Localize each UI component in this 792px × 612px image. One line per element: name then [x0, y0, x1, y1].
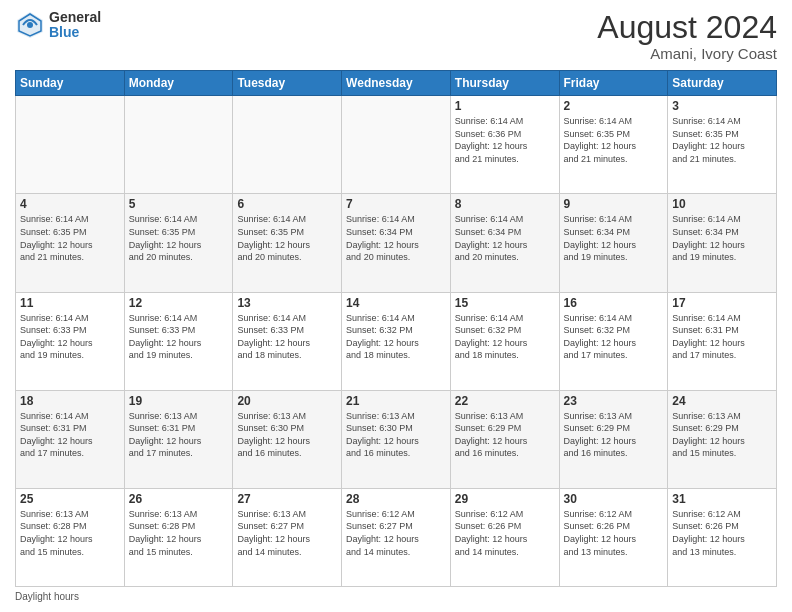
calendar-cell: 31Sunrise: 6:12 AM Sunset: 6:26 PM Dayli… — [668, 488, 777, 586]
calendar-cell: 23Sunrise: 6:13 AM Sunset: 6:29 PM Dayli… — [559, 390, 668, 488]
day-number: 14 — [346, 296, 446, 310]
calendar-cell: 9Sunrise: 6:14 AM Sunset: 6:34 PM Daylig… — [559, 194, 668, 292]
calendar-cell: 19Sunrise: 6:13 AM Sunset: 6:31 PM Dayli… — [124, 390, 233, 488]
calendar-cell: 20Sunrise: 6:13 AM Sunset: 6:30 PM Dayli… — [233, 390, 342, 488]
day-number: 29 — [455, 492, 555, 506]
weekday-header-tuesday: Tuesday — [233, 71, 342, 96]
day-number: 5 — [129, 197, 229, 211]
day-number: 31 — [672, 492, 772, 506]
calendar-cell — [233, 96, 342, 194]
calendar-cell: 18Sunrise: 6:14 AM Sunset: 6:31 PM Dayli… — [16, 390, 125, 488]
calendar-cell — [342, 96, 451, 194]
day-number: 4 — [20, 197, 120, 211]
weekday-header-thursday: Thursday — [450, 71, 559, 96]
day-info: Sunrise: 6:13 AM Sunset: 6:30 PM Dayligh… — [346, 410, 446, 460]
day-number: 28 — [346, 492, 446, 506]
day-info: Sunrise: 6:13 AM Sunset: 6:29 PM Dayligh… — [672, 410, 772, 460]
day-info: Sunrise: 6:12 AM Sunset: 6:26 PM Dayligh… — [455, 508, 555, 558]
day-info: Sunrise: 6:14 AM Sunset: 6:33 PM Dayligh… — [237, 312, 337, 362]
day-number: 17 — [672, 296, 772, 310]
day-info: Sunrise: 6:14 AM Sunset: 6:34 PM Dayligh… — [564, 213, 664, 263]
day-info: Sunrise: 6:13 AM Sunset: 6:28 PM Dayligh… — [20, 508, 120, 558]
calendar-cell: 30Sunrise: 6:12 AM Sunset: 6:26 PM Dayli… — [559, 488, 668, 586]
page: General Blue August 2024 Amani, Ivory Co… — [0, 0, 792, 612]
day-info: Sunrise: 6:12 AM Sunset: 6:26 PM Dayligh… — [672, 508, 772, 558]
day-info: Sunrise: 6:14 AM Sunset: 6:35 PM Dayligh… — [129, 213, 229, 263]
weekday-header-saturday: Saturday — [668, 71, 777, 96]
day-number: 1 — [455, 99, 555, 113]
calendar-week-2: 4Sunrise: 6:14 AM Sunset: 6:35 PM Daylig… — [16, 194, 777, 292]
day-info: Sunrise: 6:14 AM Sunset: 6:32 PM Dayligh… — [455, 312, 555, 362]
calendar-cell: 4Sunrise: 6:14 AM Sunset: 6:35 PM Daylig… — [16, 194, 125, 292]
day-number: 18 — [20, 394, 120, 408]
day-info: Sunrise: 6:14 AM Sunset: 6:35 PM Dayligh… — [20, 213, 120, 263]
day-info: Sunrise: 6:14 AM Sunset: 6:34 PM Dayligh… — [672, 213, 772, 263]
calendar-cell — [16, 96, 125, 194]
header: General Blue August 2024 Amani, Ivory Co… — [15, 10, 777, 62]
calendar-cell: 6Sunrise: 6:14 AM Sunset: 6:35 PM Daylig… — [233, 194, 342, 292]
day-info: Sunrise: 6:13 AM Sunset: 6:29 PM Dayligh… — [455, 410, 555, 460]
day-number: 21 — [346, 394, 446, 408]
footer-note: Daylight hours — [15, 591, 777, 602]
day-info: Sunrise: 6:14 AM Sunset: 6:36 PM Dayligh… — [455, 115, 555, 165]
calendar-cell: 8Sunrise: 6:14 AM Sunset: 6:34 PM Daylig… — [450, 194, 559, 292]
day-number: 25 — [20, 492, 120, 506]
day-number: 27 — [237, 492, 337, 506]
day-info: Sunrise: 6:13 AM Sunset: 6:27 PM Dayligh… — [237, 508, 337, 558]
day-info: Sunrise: 6:14 AM Sunset: 6:31 PM Dayligh… — [672, 312, 772, 362]
day-info: Sunrise: 6:14 AM Sunset: 6:32 PM Dayligh… — [346, 312, 446, 362]
day-number: 20 — [237, 394, 337, 408]
day-number: 3 — [672, 99, 772, 113]
calendar-cell: 12Sunrise: 6:14 AM Sunset: 6:33 PM Dayli… — [124, 292, 233, 390]
logo-icon — [15, 10, 45, 40]
day-info: Sunrise: 6:14 AM Sunset: 6:34 PM Dayligh… — [346, 213, 446, 263]
day-number: 9 — [564, 197, 664, 211]
day-info: Sunrise: 6:12 AM Sunset: 6:26 PM Dayligh… — [564, 508, 664, 558]
day-number: 10 — [672, 197, 772, 211]
logo-blue-text: Blue — [49, 25, 101, 40]
day-info: Sunrise: 6:14 AM Sunset: 6:33 PM Dayligh… — [129, 312, 229, 362]
day-info: Sunrise: 6:14 AM Sunset: 6:35 PM Dayligh… — [237, 213, 337, 263]
day-info: Sunrise: 6:13 AM Sunset: 6:29 PM Dayligh… — [564, 410, 664, 460]
calendar-week-5: 25Sunrise: 6:13 AM Sunset: 6:28 PM Dayli… — [16, 488, 777, 586]
calendar-cell: 11Sunrise: 6:14 AM Sunset: 6:33 PM Dayli… — [16, 292, 125, 390]
logo: General Blue — [15, 10, 101, 41]
logo-text: General Blue — [49, 10, 101, 41]
day-number: 6 — [237, 197, 337, 211]
weekday-header-monday: Monday — [124, 71, 233, 96]
day-info: Sunrise: 6:13 AM Sunset: 6:31 PM Dayligh… — [129, 410, 229, 460]
calendar-cell: 13Sunrise: 6:14 AM Sunset: 6:33 PM Dayli… — [233, 292, 342, 390]
day-number: 8 — [455, 197, 555, 211]
logo-general-text: General — [49, 10, 101, 25]
weekday-header-sunday: Sunday — [16, 71, 125, 96]
calendar-week-3: 11Sunrise: 6:14 AM Sunset: 6:33 PM Dayli… — [16, 292, 777, 390]
day-info: Sunrise: 6:14 AM Sunset: 6:34 PM Dayligh… — [455, 213, 555, 263]
calendar-cell: 21Sunrise: 6:13 AM Sunset: 6:30 PM Dayli… — [342, 390, 451, 488]
calendar-cell: 17Sunrise: 6:14 AM Sunset: 6:31 PM Dayli… — [668, 292, 777, 390]
day-number: 26 — [129, 492, 229, 506]
day-number: 30 — [564, 492, 664, 506]
day-info: Sunrise: 6:13 AM Sunset: 6:30 PM Dayligh… — [237, 410, 337, 460]
day-info: Sunrise: 6:12 AM Sunset: 6:27 PM Dayligh… — [346, 508, 446, 558]
day-number: 23 — [564, 394, 664, 408]
day-number: 13 — [237, 296, 337, 310]
day-number: 24 — [672, 394, 772, 408]
calendar-title: August 2024 — [597, 10, 777, 45]
day-number: 2 — [564, 99, 664, 113]
calendar-cell: 27Sunrise: 6:13 AM Sunset: 6:27 PM Dayli… — [233, 488, 342, 586]
calendar-week-4: 18Sunrise: 6:14 AM Sunset: 6:31 PM Dayli… — [16, 390, 777, 488]
calendar-cell: 5Sunrise: 6:14 AM Sunset: 6:35 PM Daylig… — [124, 194, 233, 292]
calendar-cell: 25Sunrise: 6:13 AM Sunset: 6:28 PM Dayli… — [16, 488, 125, 586]
day-info: Sunrise: 6:14 AM Sunset: 6:33 PM Dayligh… — [20, 312, 120, 362]
calendar-cell — [124, 96, 233, 194]
day-info: Sunrise: 6:14 AM Sunset: 6:32 PM Dayligh… — [564, 312, 664, 362]
calendar-cell: 7Sunrise: 6:14 AM Sunset: 6:34 PM Daylig… — [342, 194, 451, 292]
day-info: Sunrise: 6:14 AM Sunset: 6:35 PM Dayligh… — [564, 115, 664, 165]
calendar-cell: 2Sunrise: 6:14 AM Sunset: 6:35 PM Daylig… — [559, 96, 668, 194]
day-number: 16 — [564, 296, 664, 310]
svg-point-2 — [27, 22, 33, 28]
calendar-cell: 24Sunrise: 6:13 AM Sunset: 6:29 PM Dayli… — [668, 390, 777, 488]
calendar-cell: 22Sunrise: 6:13 AM Sunset: 6:29 PM Dayli… — [450, 390, 559, 488]
calendar-subtitle: Amani, Ivory Coast — [597, 45, 777, 62]
calendar-cell: 1Sunrise: 6:14 AM Sunset: 6:36 PM Daylig… — [450, 96, 559, 194]
